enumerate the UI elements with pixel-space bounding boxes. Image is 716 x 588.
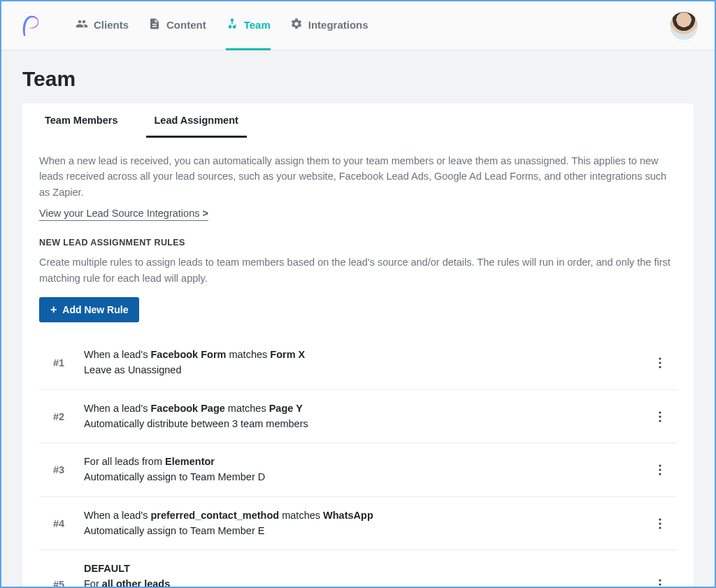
app-logo[interactable]: [18, 14, 42, 38]
rule-text: DEFAULT For all other leads Leave as Una…: [84, 561, 649, 588]
rules-description: Create multiple rules to assign leads to…: [39, 254, 677, 286]
lead-assignment-description: When a new lead is received, you can aut…: [39, 153, 677, 200]
rule-text: When a lead's Facebook Page matches Page…: [84, 401, 649, 432]
chevron-right-icon: >: [203, 208, 208, 219]
add-rule-label: Add New Rule: [62, 304, 128, 315]
plus-icon: +: [50, 304, 57, 315]
rule-row: #3 For all leads from Elementor Automati…: [39, 443, 677, 497]
team-card: Team Members Lead Assignment When a new …: [22, 103, 694, 588]
nav-item-team[interactable]: Team: [226, 1, 271, 50]
svg-point-7: [659, 468, 661, 471]
content-icon: [148, 17, 161, 32]
rule-number: #4: [53, 518, 84, 529]
svg-point-13: [659, 583, 661, 585]
topbar: Clients Content Team Integrations: [1, 1, 715, 50]
rule-number: #1: [53, 357, 84, 368]
rule-text: When a lead's Facebook Form matches Form…: [84, 347, 649, 378]
rule-row: #1 When a lead's Facebook Form matches F…: [39, 336, 677, 390]
tab-list: Team Members Lead Assignment: [22, 103, 694, 138]
user-avatar[interactable]: [670, 12, 698, 40]
svg-point-9: [659, 518, 661, 520]
tab-team-members[interactable]: Team Members: [36, 103, 127, 138]
link-text: View your Lead Source Integrations: [39, 208, 199, 219]
clients-icon: [76, 17, 88, 32]
rule-menu-button[interactable]: [649, 459, 671, 481]
nav-label: Integrations: [308, 19, 368, 31]
rule-menu-button[interactable]: [649, 573, 671, 588]
svg-point-0: [659, 357, 661, 359]
svg-point-5: [659, 420, 661, 422]
rule-text: When a lead's preferred_contact_method m…: [84, 508, 649, 539]
nav-label: Clients: [94, 19, 129, 31]
svg-point-8: [659, 473, 661, 475]
rule-row: #2 When a lead's Facebook Page matches P…: [39, 390, 677, 444]
svg-point-6: [659, 464, 661, 466]
nav-item-integrations[interactable]: Integrations: [290, 1, 368, 50]
nav-label: Content: [166, 19, 206, 31]
svg-point-1: [659, 361, 661, 364]
svg-point-11: [659, 526, 661, 529]
svg-point-3: [659, 411, 661, 413]
svg-point-2: [659, 366, 661, 368]
rule-number: #5: [53, 579, 84, 588]
lead-assignment-panel: When a new lead is received, you can aut…: [22, 138, 694, 588]
main-nav: Clients Content Team Integrations: [76, 1, 670, 50]
nav-item-clients[interactable]: Clients: [76, 1, 129, 50]
svg-point-12: [659, 579, 661, 581]
rule-menu-button[interactable]: [649, 406, 671, 428]
rule-text: For all leads from Elementor Automatical…: [84, 454, 649, 485]
rules-heading: NEW LEAD ASSIGNMENT RULES: [39, 238, 677, 248]
rule-menu-button[interactable]: [649, 352, 671, 374]
nav-label: Team: [244, 19, 271, 31]
rules-list: #1 When a lead's Facebook Form matches F…: [39, 336, 677, 588]
page-title: Team: [22, 67, 694, 91]
rule-number: #2: [53, 411, 84, 422]
team-icon: [226, 17, 238, 32]
page-body: Team Team Members Lead Assignment When a…: [1, 50, 715, 587]
nav-item-content[interactable]: Content: [148, 1, 206, 50]
rule-number: #3: [53, 464, 84, 475]
rule-row: #5 DEFAULT For all other leads Leave as …: [39, 550, 677, 588]
integrations-icon: [290, 17, 303, 32]
svg-point-4: [659, 415, 661, 417]
svg-point-10: [659, 522, 661, 524]
tab-lead-assignment[interactable]: Lead Assignment: [146, 103, 247, 138]
integrations-link[interactable]: View your Lead Source Integrations >: [39, 208, 208, 221]
rule-menu-button[interactable]: [649, 512, 671, 535]
add-rule-button[interactable]: + Add New Rule: [39, 297, 139, 322]
rule-row: #4 When a lead's preferred_contact_metho…: [39, 497, 677, 551]
